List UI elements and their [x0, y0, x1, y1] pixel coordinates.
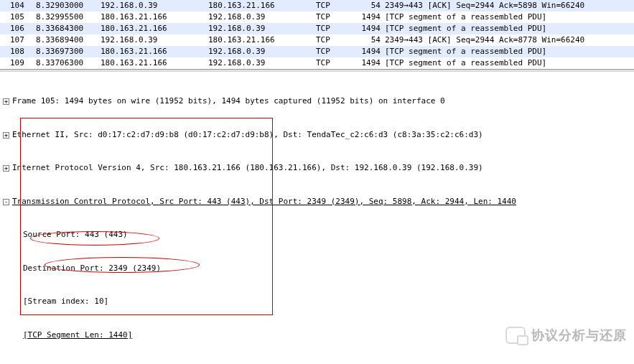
tree-ethernet[interactable]: +Ethernet II, Src: d0:17:c2:d7:d9:b8 (d0… — [0, 129, 634, 141]
expand-icon[interactable]: + — [3, 98, 9, 105]
tree-src-port[interactable]: Source Port: 443 (443) — [0, 229, 634, 241]
expand-icon[interactable]: + — [3, 132, 9, 139]
col-dst: 180.163.21.166 — [208, 1, 316, 11]
tree-dst-port[interactable]: Destination Port: 2349 (2349) — [0, 263, 634, 274]
packet-row[interactable]: 1048.32903000192.168.0.39180.163.21.166T… — [0, 0, 634, 11]
tree-seglen[interactable]: [TCP Segment Len: 1440] — [0, 330, 634, 341]
tree-frame[interactable]: +Frame 105: 1494 bytes on wire (11952 bi… — [0, 95, 634, 107]
tree-ip[interactable]: +Internet Protocol Version 4, Src: 180.1… — [0, 162, 634, 174]
col-no: 104 — [10, 1, 36, 11]
collapse-icon[interactable]: - — [3, 199, 9, 205]
expand-icon[interactable]: + — [3, 165, 9, 172]
packet-row[interactable]: 1058.32995500180.163.21.166192.168.0.39T… — [0, 11, 634, 23]
col-info: 2349→443 [ACK] Seq=2944 Ack=5898 Win=662… — [385, 1, 634, 11]
packet-details-tree[interactable]: +Frame 105: 1494 bytes on wire (11952 bi… — [0, 72, 634, 364]
packet-row[interactable]: 1068.33684300180.163.21.166192.168.0.39T… — [0, 23, 634, 34]
col-len: 54 — [352, 1, 385, 11]
annotation-box — [20, 118, 273, 315]
col-proto: TCP — [316, 1, 352, 11]
packet-row[interactable]: 1088.33697300180.163.21.166192.168.0.39T… — [0, 46, 634, 57]
tree-tcp[interactable]: -Transmission Control Protocol, Src Port… — [0, 196, 634, 207]
packet-row[interactable]: 1078.33689400192.168.0.39180.163.21.166T… — [0, 34, 634, 46]
col-time: 8.32903000 — [36, 1, 101, 11]
col-src: 192.168.0.39 — [101, 1, 208, 11]
tree-stream-index[interactable]: [Stream index: 10] — [0, 296, 634, 307]
packet-list[interactable]: 1048.32903000192.168.0.39180.163.21.166T… — [0, 0, 634, 70]
packet-row[interactable]: 1098.33706300180.163.21.166192.168.0.39T… — [0, 57, 634, 69]
